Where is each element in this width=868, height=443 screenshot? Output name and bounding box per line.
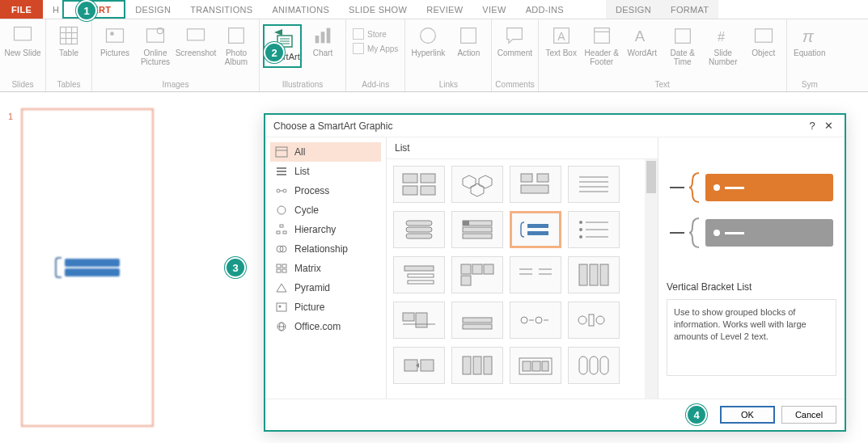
comment-icon — [503, 24, 526, 47]
category-process[interactable]: Process — [270, 181, 381, 200]
action-label: Action — [457, 49, 480, 57]
layout-square[interactable] — [451, 256, 503, 293]
svg-rect-16 — [315, 36, 320, 43]
svg-rect-117 — [542, 361, 548, 371]
svg-rect-60 — [521, 174, 532, 182]
new-slide-button[interactable]: New Slide — [3, 24, 42, 57]
comment-button[interactable]: Comment — [495, 24, 534, 57]
svg-rect-95 — [600, 264, 608, 285]
layout-hexagon[interactable] — [451, 166, 503, 203]
table-icon — [57, 24, 80, 47]
category-office[interactable]: Office.com — [270, 317, 381, 336]
pictures-button[interactable]: Pictures — [95, 24, 134, 57]
svg-rect-82 — [404, 266, 434, 271]
category-matrix[interactable]: Matrix — [270, 259, 381, 278]
group-illustrations-label: Illustrations — [263, 78, 342, 91]
layout-horizontal-bullet[interactable] — [510, 256, 561, 293]
table-button[interactable]: Table — [49, 24, 88, 57]
layout-grouped[interactable] — [510, 347, 561, 384]
tab-contextual-design[interactable]: DESIGN — [606, 0, 661, 19]
tab-contextual-format[interactable]: FORMAT — [661, 0, 718, 19]
category-list[interactable]: List — [270, 162, 381, 181]
tab-slideshow[interactable]: SLIDE SHOW — [339, 0, 417, 19]
tab-animations[interactable]: ANIMATIONS — [262, 0, 339, 19]
gallery-scrollbar[interactable] — [645, 159, 658, 399]
gallery: List — [387, 137, 658, 399]
textbox-button[interactable]: AText Box — [542, 24, 581, 57]
layout-basic-block[interactable] — [393, 166, 445, 203]
svg-rect-75 — [527, 231, 548, 235]
category-hierarchy[interactable]: Hierarchy — [270, 220, 381, 239]
group-symbols-label: Sym — [790, 78, 829, 91]
datetime-button[interactable]: Date & Time — [663, 24, 702, 66]
layout-descending[interactable] — [568, 302, 620, 339]
dialog-title: Choose a SmartArt Graphic — [273, 120, 804, 132]
svg-rect-61 — [537, 174, 548, 182]
svg-point-105 — [578, 316, 586, 324]
svg-rect-20 — [461, 28, 476, 44]
svg-rect-23 — [594, 28, 609, 44]
svg-rect-94 — [590, 264, 598, 285]
svg-rect-47 — [282, 269, 286, 272]
category-picture[interactable]: Picture — [270, 297, 381, 317]
ok-button[interactable]: OK — [720, 406, 775, 424]
tab-home-cropped[interactable]: H — [43, 0, 62, 19]
cancel-button[interactable]: Cancel — [781, 406, 836, 424]
layout-vertical-box[interactable] — [393, 211, 445, 248]
svg-point-19 — [421, 28, 436, 44]
online-pictures-button[interactable]: Online Pictures — [136, 24, 175, 66]
object-button[interactable]: Object — [744, 24, 783, 57]
layout-lined[interactable] — [568, 166, 620, 203]
category-pyramid[interactable]: Pyramid — [270, 278, 381, 297]
category-cycle[interactable]: Cycle — [270, 200, 381, 220]
layout-pie[interactable] — [510, 302, 561, 339]
group-images: Pictures Online Pictures Screenshot Phot… — [92, 19, 260, 91]
tab-addins[interactable]: ADD-INS — [516, 0, 574, 19]
layout-stacked[interactable] — [393, 256, 445, 293]
svg-rect-106 — [589, 314, 594, 326]
layout-table[interactable] — [393, 347, 445, 384]
screenshot-button[interactable]: Screenshot — [176, 24, 215, 57]
textbox-label: Text Box — [546, 49, 577, 57]
wordart-button[interactable]: AWordArt — [623, 24, 662, 57]
myapps-button[interactable]: My Apps — [349, 42, 401, 55]
online-pictures-label: Online Pictures — [136, 49, 175, 66]
tab-transitions[interactable]: TRANSITIONS — [180, 0, 262, 19]
svg-point-35 — [277, 189, 280, 192]
slide-thumbnail[interactable] — [21, 108, 154, 427]
layout-trapezoid[interactable] — [451, 302, 503, 339]
layout-vertical-bracket-selected[interactable] — [510, 211, 561, 248]
svg-rect-84 — [408, 281, 434, 284]
layout-segmented[interactable] — [451, 347, 503, 384]
hyperlink-button[interactable]: Hyperlink — [409, 24, 447, 57]
equation-button[interactable]: πEquation — [790, 24, 829, 57]
photo-album-button[interactable]: Photo Album — [217, 24, 256, 66]
layout-varying-width[interactable] — [393, 302, 445, 339]
header-footer-button[interactable]: Header & Footer — [582, 24, 621, 66]
svg-point-107 — [596, 316, 604, 324]
dialog-help-button[interactable]: ? — [804, 120, 820, 132]
slidenumber-button[interactable]: #Slide Number — [704, 24, 743, 66]
svg-point-36 — [283, 189, 286, 192]
chart-button[interactable]: Chart — [303, 24, 342, 57]
category-all[interactable]: All — [270, 142, 381, 162]
layout-picture-caption[interactable] — [510, 166, 561, 203]
layout-tab[interactable] — [451, 211, 503, 248]
tab-view[interactable]: VIEW — [472, 0, 515, 19]
group-comments: Comment Comments — [492, 19, 538, 91]
store-button[interactable]: Store — [349, 27, 401, 40]
callout-2: 2 — [264, 42, 285, 63]
svg-rect-8 — [147, 29, 164, 42]
svg-rect-85 — [461, 264, 471, 274]
layout-pills[interactable] — [568, 347, 620, 384]
tab-review[interactable]: REVIEW — [417, 0, 472, 19]
tab-design[interactable]: DESIGN — [125, 0, 180, 19]
layout-vertical-picture[interactable] — [568, 256, 620, 293]
preview-graphic — [667, 146, 836, 275]
category-cycle-label: Cycle — [294, 205, 319, 216]
action-button[interactable]: Action — [449, 24, 488, 57]
tab-file[interactable]: FILE — [0, 0, 43, 19]
layout-bullet[interactable] — [568, 211, 620, 248]
category-relationship[interactable]: Relationship — [270, 239, 381, 259]
dialog-close-button[interactable]: ✕ — [820, 120, 836, 132]
